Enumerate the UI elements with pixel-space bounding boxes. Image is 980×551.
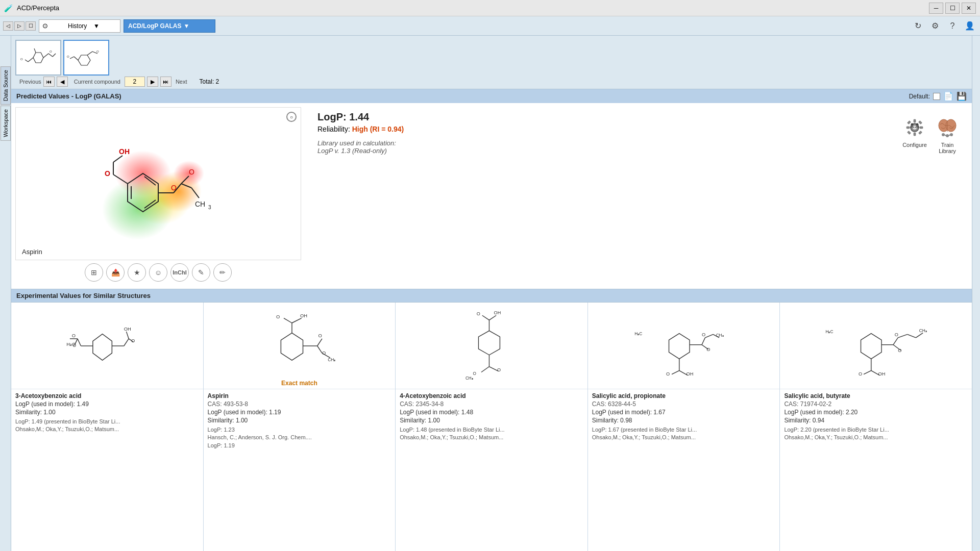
svg-rect-44	[920, 127, 923, 129]
next-label: Next	[176, 79, 187, 85]
maximize-button[interactable]: ☐	[945, 3, 960, 14]
compound-card-3: OH O O O CH₃ 4-Acetoxybenzoic acid CAS: …	[396, 303, 588, 551]
svg-text:OH: OH	[494, 310, 501, 315]
current-compound-label: Current compound	[74, 79, 120, 85]
svg-marker-73	[281, 333, 303, 360]
svg-rect-41	[914, 119, 916, 122]
pdf-icon[interactable]: 📄	[943, 91, 953, 101]
svg-point-55	[946, 134, 949, 137]
card-cas-5: CAS: 71974-02-2	[784, 400, 968, 408]
nav-icon-3[interactable]: ☐	[26, 21, 36, 31]
card-info-5: Salicylic acid, butyrate CAS: 71974-02-2…	[780, 389, 972, 445]
nav-icon-2[interactable]: ▷	[14, 21, 24, 31]
svg-text:O: O	[71, 333, 75, 338]
acd-logp-dropdown[interactable]: ACD/LogP GALAS ▼	[124, 19, 215, 33]
svg-text:O: O	[72, 342, 76, 347]
nav-icon-1[interactable]: ◁	[3, 21, 13, 31]
train-label: TrainLibrary	[939, 142, 956, 154]
save-icon[interactable]: 💾	[957, 91, 967, 101]
library-info: Library used in calculation: LogP v. 1.3…	[317, 139, 404, 155]
svg-text:O: O	[898, 348, 901, 353]
history-label: History	[68, 22, 91, 30]
card-logp-1: LogP (used in model): 1.49	[15, 400, 199, 408]
card-exp1-5: LogP: 2.20 (presented in BioByte Star Li…	[784, 426, 968, 434]
refresh-button[interactable]: ↻	[911, 19, 925, 33]
user-button[interactable]: 👤	[963, 19, 977, 33]
edit-button[interactable]: ✎	[192, 263, 210, 282]
svg-text:O: O	[666, 371, 670, 376]
settings-button[interactable]: ⚙	[928, 19, 942, 33]
card-exp1-3: LogP: 1.48 (presented in BioByte Star Li…	[400, 426, 583, 434]
main-toolbar: ◁ ▷ ☐ ⊙ History ▼ ACD/LogP GALAS ▼ ↻ ⚙ ?…	[0, 16, 980, 36]
svg-text:CH₃: CH₃	[328, 357, 336, 362]
aspirin-molecule-svg: O OH O O CH 3	[20, 117, 296, 250]
configure-button[interactable]: Configure	[902, 115, 927, 154]
svg-line-89	[482, 315, 489, 320]
display-options-button[interactable]: ○	[286, 112, 297, 122]
copy-structure-button[interactable]: ⊞	[85, 263, 103, 282]
close-button[interactable]: ✕	[962, 3, 976, 14]
panel-header-right: Default: 📄 💾	[909, 91, 967, 101]
history-dropdown[interactable]: ⊙ History ▼	[39, 19, 120, 33]
current-compound-input[interactable]: 2	[125, 77, 145, 87]
card-similarity-4: Similarity: 0.98	[592, 417, 776, 424]
compound-card-4: OH O O O CH₃ H₃C Salicylic acid, propion…	[588, 303, 780, 551]
svg-marker-113	[861, 333, 882, 359]
molecule-display: ○	[15, 107, 301, 260]
card-name-1: 3-Acetoxybenzoic acid	[15, 392, 199, 399]
exact-match-label: Exact match	[281, 380, 317, 387]
app-title: ACD/Percepta	[17, 4, 59, 12]
card-structure-4: OH O O O CH₃ H₃C	[588, 303, 780, 389]
data-source-tab[interactable]: Data Source	[1, 66, 11, 105]
window-controls[interactable]: ─ ☐ ✕	[929, 3, 976, 14]
library-value: LogP v. 1.3 (Read-only)	[317, 147, 404, 155]
experimental-header: Experimental Values for Similar Structur…	[11, 289, 972, 302]
inchi-button[interactable]: InChI	[170, 263, 189, 282]
train-library-button[interactable]: TrainLibrary	[935, 115, 960, 154]
card-exp2-4: Ohsako,M.; Oka,Y.; Tsuzuki,O.; Matsum...	[592, 434, 776, 441]
svg-line-58	[949, 135, 950, 136]
svg-point-56	[950, 133, 953, 136]
compound-svg-5: OH O O O CH₃ H₃C	[820, 307, 932, 385]
svg-rect-46	[918, 120, 922, 124]
predicted-panel-body: ○	[11, 103, 972, 289]
card-structure-3: OH O O O CH₃	[396, 303, 587, 389]
compound-svg-1: O OH O H₃C O	[59, 308, 156, 384]
svg-text:O: O	[20, 58, 23, 61]
svg-line-75	[292, 318, 302, 322]
help-button[interactable]: ?	[945, 19, 960, 33]
nav-prev-button[interactable]: ◀	[57, 77, 68, 87]
svg-line-3	[53, 54, 56, 57]
workspace-tab[interactable]: Workspace	[1, 106, 11, 141]
svg-text:O: O	[189, 168, 194, 176]
highlight-button[interactable]: ★	[128, 263, 146, 282]
export-button[interactable]: 📤	[106, 263, 125, 282]
train-icon	[935, 115, 960, 140]
svg-line-10	[87, 52, 92, 55]
compound-svg-4: OH O O O CH₃ H₃C	[630, 307, 738, 385]
nav-last-button[interactable]: ⏭	[160, 77, 172, 87]
compound-thumb-1[interactable]: O O	[15, 40, 61, 76]
svg-line-120	[898, 334, 907, 337]
svg-text:CH₃: CH₃	[716, 333, 723, 338]
svg-line-101	[672, 370, 679, 374]
view-button[interactable]: ☺	[149, 263, 167, 282]
pencil-button[interactable]: ✏	[213, 263, 232, 282]
default-checkbox[interactable]	[933, 93, 940, 100]
minimize-button[interactable]: ─	[929, 3, 943, 14]
card-similarity-2: Similarity: 1.00	[208, 417, 391, 424]
logp-results: LogP: 1.44 Reliability: High (RI = 0.94)…	[317, 111, 404, 155]
compound-thumb-2[interactable]: O O	[63, 40, 109, 76]
svg-text:O: O	[895, 332, 898, 337]
svg-text:O: O	[706, 346, 710, 352]
compound-name: Aspirin	[22, 248, 42, 256]
app-title-area: 🧪 ACD/Percepta	[4, 4, 59, 12]
history-chevron-icon: ▼	[93, 22, 117, 30]
nav-next-button[interactable]: ▶	[147, 77, 158, 87]
svg-rect-48	[918, 131, 922, 134]
thumb-molecule-2: O O	[66, 42, 107, 73]
compound-svg-2: OH O O O CH₃	[246, 308, 353, 384]
svg-line-6	[34, 48, 36, 53]
nav-first-button[interactable]: ⏮	[43, 77, 55, 87]
svg-marker-0	[33, 53, 43, 63]
